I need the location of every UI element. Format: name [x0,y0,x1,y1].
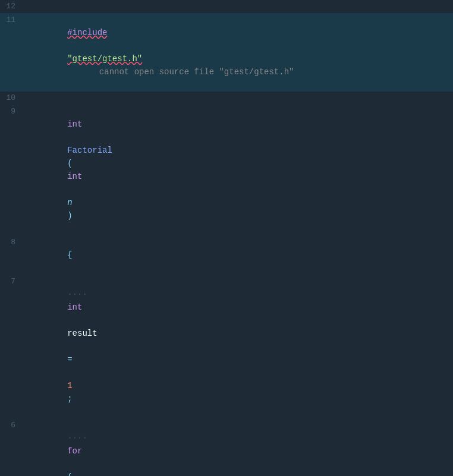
error-message: cannot open source file "gtest/gtest.h" [79,67,294,77]
code-line-7: 7 ···· int result = 1 ; [0,275,453,418]
code-line-9: 9 int Factorial ( int n ) [0,105,453,235]
line-number: 7 [0,275,21,288]
param-n: n [67,198,72,207]
code-line-6: 6 ···· for ( int i = 1 ; i <= n [0,418,453,476]
line-content: { [21,235,453,275]
code-editor: 12 11 #include "gtest/gtest.h" cannot op… [0,0,453,476]
line-number: 9 [0,105,21,118]
line-number: 10 [0,92,21,105]
assign-op: = [67,355,72,364]
line-number: 11 [0,14,21,27]
var-result: result [67,329,97,338]
line-content: int Factorial ( int n ) [21,105,453,235]
paren-open: ( [67,159,72,168]
brace-open: { [67,250,72,260]
line-number: 12 [0,0,21,13]
line-number: 8 [0,236,21,249]
line-number: 6 [0,419,21,432]
function-name: Factorial [67,146,112,155]
line-content: ···· int result = 1 ; [21,275,453,418]
code-lines: 12 11 #include "gtest/gtest.h" cannot op… [0,0,453,476]
num-1: 1 [67,381,72,390]
keyword-for: for [67,446,82,456]
code-line-10: 10 [0,92,453,105]
line-content: #include "gtest/gtest.h" cannot open sou… [21,13,453,92]
paren-open: ( [67,472,72,476]
code-line-12: 12 [0,0,453,13]
code-line-8: 8 { [0,235,453,275]
indent-dots: ···· [67,433,87,443]
include-path: "gtest/gtest.h" [67,54,142,64]
keyword-int2: int [67,172,82,181]
line-content: ···· for ( int i = 1 ; i <= n ; [21,418,453,476]
semicolon: ; [67,394,72,404]
keyword-int: int [67,119,82,129]
include-keyword: #include [67,28,107,37]
indent-dots: ···· [67,289,87,299]
code-line-11: 11 #include "gtest/gtest.h" cannot open … [0,13,453,92]
keyword-int: int [67,302,82,312]
paren-close: ) [67,211,72,220]
